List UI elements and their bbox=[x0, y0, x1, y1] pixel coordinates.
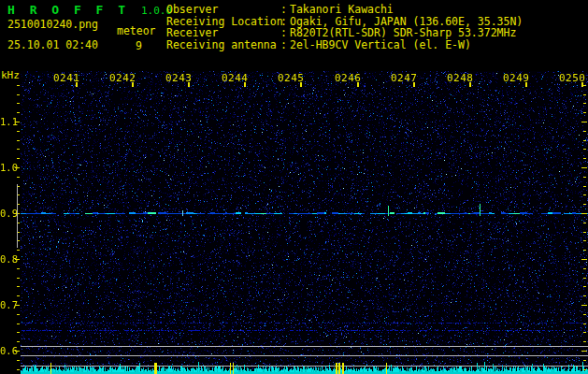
freq-minor-tick bbox=[17, 85, 20, 86]
freq-tick-label: 1.0 bbox=[0, 162, 15, 173]
freq-major-tick bbox=[15, 259, 20, 260]
freq-minor-tick bbox=[17, 268, 20, 269]
freq-minor-tick bbox=[17, 341, 20, 342]
freq-minor-tick bbox=[17, 369, 20, 370]
freq-minor-tick bbox=[17, 94, 20, 95]
freq-tick-label: 0.8 bbox=[0, 253, 15, 265]
freq-minor-tick bbox=[17, 149, 20, 150]
info-value: 2el-HB9CV Vertical (el. E-W) bbox=[290, 38, 471, 51]
freq-minor-tick bbox=[17, 131, 20, 132]
info-separator: : bbox=[280, 4, 290, 16]
freq-major-tick bbox=[15, 167, 20, 168]
info-separator: : bbox=[280, 27, 290, 39]
observation-mode: meteor bbox=[117, 24, 156, 37]
freq-axis-unit-label: kHz bbox=[1, 69, 20, 81]
freq-minor-tick bbox=[17, 332, 20, 333]
freq-minor-tick bbox=[17, 158, 20, 159]
observer-info-block: Observer:Takanori KawachiReceiving Locat… bbox=[166, 4, 523, 50]
capture-datetime: 25.10.01 02:40 bbox=[7, 38, 98, 51]
freq-minor-tick bbox=[17, 360, 20, 361]
margin-marker-line bbox=[17, 184, 18, 248]
app-title: H R O F F T bbox=[7, 3, 129, 17]
freq-minor-tick bbox=[17, 278, 20, 279]
output-filename: 2510010240.png bbox=[7, 18, 98, 31]
freq-tick-label: 0.7 bbox=[0, 299, 15, 310]
freq-minor-tick bbox=[17, 250, 20, 251]
freq-major-tick bbox=[15, 122, 20, 122]
info-label: Receiving antenna bbox=[166, 39, 280, 51]
observer-info-row: Receiving antenna:2el-HB9CV Vertical (el… bbox=[166, 39, 523, 51]
freq-minor-tick bbox=[17, 140, 20, 141]
freq-minor-tick bbox=[17, 177, 20, 178]
freq-minor-tick bbox=[17, 112, 20, 113]
freq-major-tick bbox=[15, 351, 20, 352]
info-label: Observer bbox=[166, 4, 280, 16]
spectrogram-canvas bbox=[21, 71, 588, 374]
freq-tick-label: 1.1 bbox=[0, 116, 15, 127]
freq-tick-label: 0.6 bbox=[0, 345, 15, 356]
meteor-count: 9 bbox=[136, 39, 142, 52]
freq-minor-tick bbox=[17, 103, 20, 104]
freq-major-tick bbox=[15, 305, 20, 306]
freq-minor-tick bbox=[17, 324, 20, 324]
freq-minor-tick bbox=[17, 286, 20, 287]
freq-tick-label: 0.9 bbox=[0, 208, 15, 219]
hrofft-screen: H R O F F T 1.0.0 2510010240.png meteor … bbox=[0, 0, 588, 374]
freq-minor-tick bbox=[17, 295, 20, 296]
info-label: Receiver bbox=[166, 27, 280, 39]
info-separator: : bbox=[280, 39, 290, 51]
freq-minor-tick bbox=[17, 314, 20, 315]
